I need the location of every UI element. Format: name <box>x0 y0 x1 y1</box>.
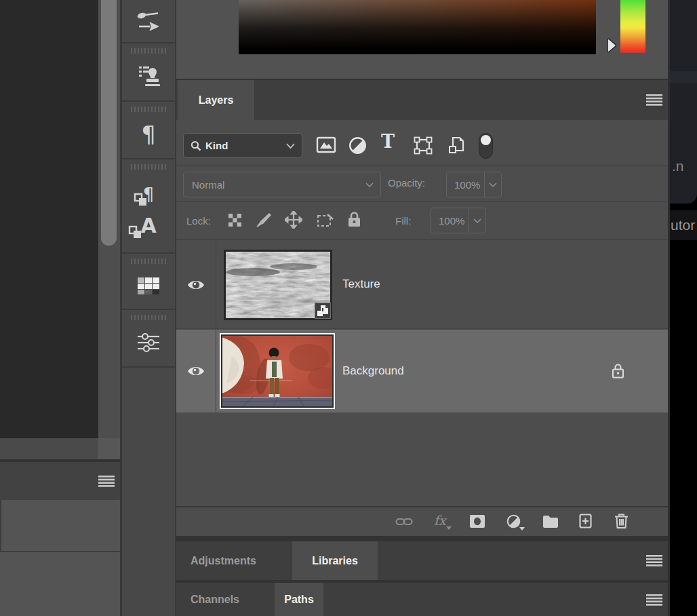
layer-thumbnail-background[interactable] <box>220 333 335 409</box>
rail-item-text-styles[interactable]: ¶ A <box>122 159 175 254</box>
tab-libraries[interactable]: Libraries <box>292 541 378 580</box>
rail-item-paragraph[interactable]: ¶ <box>122 102 175 159</box>
lower-left-panel-cells[interactable] <box>0 500 120 552</box>
channels-paths-tab-bar: Channels Paths <box>176 583 668 616</box>
divider <box>216 330 216 412</box>
panel-menu-icon[interactable] <box>646 555 662 566</box>
new-layer-icon[interactable] <box>579 514 592 528</box>
channels-tab-label: Channels <box>191 594 239 606</box>
adjustments-libraries-tab-bar: Adjustments Libraries <box>176 541 668 580</box>
hue-slider-bar[interactable] <box>620 0 645 53</box>
kind-dropdown-value: Kind <box>205 140 228 151</box>
chevron-down-icon[interactable] <box>473 218 481 223</box>
smart-object-filter-icon[interactable] <box>447 136 466 155</box>
lock-image-pixels-icon[interactable] <box>255 212 272 229</box>
tab-paths[interactable]: Paths <box>275 583 323 616</box>
type-layer-filter-icon[interactable]: T <box>381 131 395 152</box>
tab-channels[interactable]: Channels <box>191 583 239 616</box>
blend-mode-value: Normal <box>192 179 224 191</box>
divider <box>469 208 469 233</box>
add-layer-mask-icon[interactable] <box>470 515 485 528</box>
tab-layers[interactable]: Layers <box>178 80 254 120</box>
divider <box>484 172 485 197</box>
photoshop-workspace: ¶ ¶ A <box>0 0 697 616</box>
vertical-scrollbar-thumb[interactable] <box>101 0 117 246</box>
rail-item-brush-settings[interactable] <box>122 0 175 43</box>
character-styles-icon: A <box>140 216 156 236</box>
adjustments-tab-label: Adjustments <box>191 555 256 567</box>
lock-transparent-pixels-icon[interactable] <box>228 213 242 227</box>
panel-menu-icon[interactable] <box>646 594 662 606</box>
lock-label: Lock: <box>186 215 211 227</box>
rail-item-clone-source[interactable] <box>122 43 175 102</box>
lock-all-icon[interactable] <box>347 211 361 228</box>
lock-position-icon[interactable] <box>285 211 302 229</box>
shape-layer-filter-icon[interactable] <box>414 136 433 155</box>
adjustment-layer-filter-icon[interactable] <box>348 136 367 155</box>
layers-panel-tab-bar: Layers <box>176 80 668 120</box>
fill-field[interactable]: 100% <box>431 208 486 233</box>
lower-left-panel-body <box>0 552 120 616</box>
layer-lock-icon[interactable] <box>612 363 624 379</box>
rail-grip <box>131 315 166 320</box>
chevron-down-icon[interactable] <box>489 182 497 187</box>
paragraph-styles-icon: ¶ <box>143 186 155 204</box>
layers-tab-label: Layers <box>199 94 234 107</box>
layer-effects-icon[interactable]: fx <box>434 513 446 528</box>
pixel-layer-filter-icon[interactable] <box>316 136 336 154</box>
visibility-eye-icon[interactable] <box>186 364 205 379</box>
scrollbar-corner <box>98 438 120 459</box>
background-window-card: .n <box>670 0 697 204</box>
document-status-strip <box>0 438 120 459</box>
link-layers-icon[interactable] <box>395 516 413 527</box>
blend-opacity-row: Normal Opacity: 100% <box>176 167 668 201</box>
fill-value: 100% <box>439 215 464 227</box>
layers-filter-row: Kind T <box>176 120 668 166</box>
vertical-scrollbar-track[interactable] <box>98 0 120 438</box>
panel-column: Layers Kind <box>176 0 668 616</box>
delete-layer-icon[interactable] <box>614 513 629 529</box>
background-window-edge: .n utor <box>670 0 697 616</box>
layers-empty-area[interactable] <box>176 412 668 505</box>
document-canvas[interactable] <box>0 0 98 438</box>
chevron-down-icon <box>286 143 295 149</box>
search-icon <box>191 140 201 151</box>
layer-thumbnail-texture[interactable] <box>224 250 332 320</box>
clone-source-icon <box>135 64 162 88</box>
panel-menu-icon[interactable] <box>646 94 662 106</box>
hue-slider-arrow[interactable] <box>605 37 619 54</box>
new-group-icon[interactable] <box>542 514 559 528</box>
panel-menu-icon[interactable] <box>98 476 115 487</box>
collapsed-panels-rail: ¶ ¶ A <box>122 0 175 616</box>
lock-artboard-icon[interactable] <box>316 212 334 229</box>
layer-name: Texture <box>342 239 380 328</box>
chevron-down-icon <box>519 527 525 531</box>
lower-left-panel-header <box>0 462 120 500</box>
new-adjustment-layer-icon[interactable] <box>506 514 521 528</box>
chevron-down-icon <box>446 526 452 530</box>
paragraph-icon: ¶ <box>141 123 156 146</box>
partial-text-top: .n <box>672 158 684 174</box>
layer-filter-toggle[interactable] <box>479 133 493 159</box>
rail-item-sliders[interactable] <box>122 310 175 368</box>
opacity-field[interactable]: 100% <box>446 172 502 197</box>
opacity-label: Opacity: <box>388 177 425 189</box>
layer-row-texture[interactable]: Texture <box>176 239 668 329</box>
divider <box>0 500 1 551</box>
visibility-eye-icon[interactable] <box>186 277 205 292</box>
brush-settings-icon <box>135 9 162 33</box>
background-window-card-band <box>670 71 697 83</box>
swatch-grid-icon <box>136 275 161 296</box>
rail-grip <box>131 164 166 170</box>
libraries-tab-label: Libraries <box>312 555 358 567</box>
layer-filter-kind-dropdown[interactable]: Kind <box>183 133 302 158</box>
chevron-down-icon <box>365 182 374 187</box>
layers-toolbar: fx <box>176 506 668 536</box>
partial-text-bottom: utor <box>670 217 695 233</box>
color-saturation-brightness-field[interactable] <box>239 0 596 54</box>
rail-item-swatch-grid[interactable] <box>122 254 175 310</box>
blend-mode-select[interactable]: Normal <box>183 172 381 197</box>
divider <box>216 239 216 328</box>
layer-row-background[interactable]: Background <box>176 330 668 412</box>
tab-adjustments[interactable]: Adjustments <box>191 541 256 580</box>
